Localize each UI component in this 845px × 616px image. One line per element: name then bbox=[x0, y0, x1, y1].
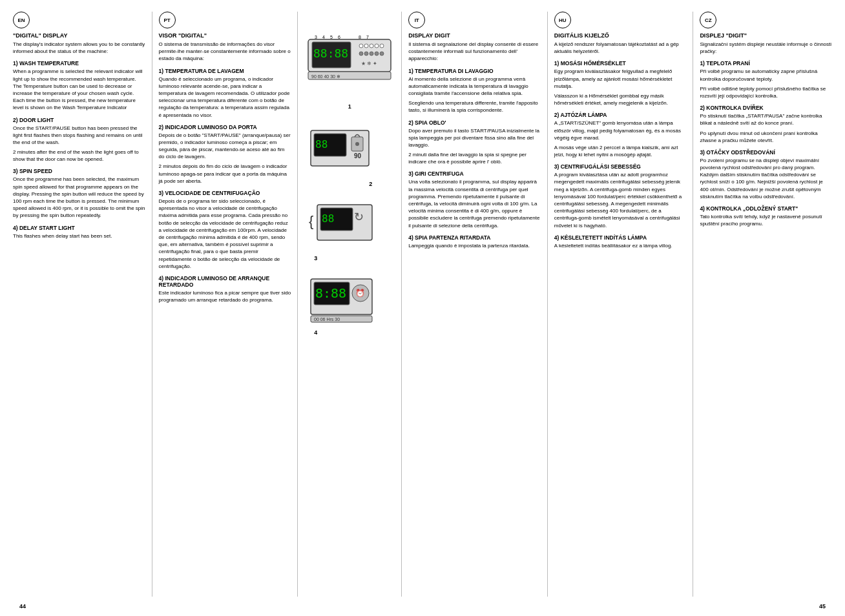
svg-text:3: 3 bbox=[315, 35, 317, 39]
section-title-hu-0: DIGITÁLIS KIJELZŐ bbox=[554, 32, 687, 39]
svg-point-6 bbox=[375, 44, 379, 48]
section-title-hu-4: 4) KÉSLELTETETT INDÍTÁS LÁMPA bbox=[554, 234, 687, 241]
section-body-it-4: Lampeggia quando è impostata la partenza… bbox=[408, 242, 541, 249]
section-title-cz-1: 1) TEPLOTA PRANÍ bbox=[700, 60, 832, 67]
svg-point-4 bbox=[364, 44, 368, 48]
section-title-en-3: 3) SPIN SPEED bbox=[13, 168, 145, 174]
svg-text:4: 4 bbox=[322, 35, 325, 39]
section-body-en-2b: 2 minutes after the end of the wash the … bbox=[13, 149, 145, 163]
section-body-pt-2a: Depois de o botão "START/PAUSE" (arranqu… bbox=[159, 132, 291, 161]
svg-point-9 bbox=[364, 52, 368, 56]
svg-text:7: 7 bbox=[366, 35, 369, 39]
section-body-pt-4: Este indicador luminoso fica a picar sem… bbox=[159, 289, 291, 303]
diagram-3: 88 ↻ { 3 bbox=[308, 200, 391, 262]
section-body-hu-2b: A mosás vége után 2 perccel a lámpa kial… bbox=[554, 144, 687, 158]
svg-point-3 bbox=[359, 44, 363, 48]
svg-point-7 bbox=[380, 44, 384, 48]
section-title-it-1: 1) TEMPERATURA DI LAVAGGIO bbox=[408, 68, 541, 74]
section-body-it-0: Il sistema di segnalazione del display c… bbox=[408, 41, 541, 63]
lang-badge-cz: CZ bbox=[700, 12, 716, 28]
svg-text:90  60  40  30  ❄: 90 60 40 30 ❄ bbox=[311, 74, 340, 79]
left-page-number: 44 bbox=[19, 603, 26, 610]
section-body-pt-1: Quando é seleccionado um programa, o ind… bbox=[159, 76, 291, 119]
svg-point-28 bbox=[355, 142, 359, 146]
section-body-cz-3: Po zvolení programu se na displeji objev… bbox=[700, 157, 832, 200]
section-body-it-3: Una volta selezionato il programma, sul … bbox=[408, 178, 541, 229]
lang-badge-it: IT bbox=[408, 12, 425, 28]
svg-text:↻: ↻ bbox=[354, 210, 364, 223]
section-body-pt-3: Depois de o programa ter sido selecciona… bbox=[159, 198, 291, 270]
section-body-en-2a: Once the START/PAUSE button has been pre… bbox=[13, 125, 145, 147]
section-title-hu-1: 1) MOSÁSI HŐMÉRSÉKLET bbox=[554, 60, 687, 67]
section-body-it-1b: Scegliendo una temperatura differente, t… bbox=[408, 99, 541, 114]
section-title-it-2: 2) SPIA OBLO' bbox=[408, 119, 541, 126]
diagram-3-label: 3 bbox=[308, 255, 391, 262]
section-title-pt-3: 3) VELOCIDADE DE CENTRIFUGAÇÃO bbox=[159, 190, 291, 196]
svg-text:00  06  Hrs  30: 00 06 Hrs 30 bbox=[314, 317, 340, 322]
section-body-hu-3: A program kiválasztása után az adott pro… bbox=[554, 171, 687, 229]
right-page-number: 45 bbox=[819, 603, 826, 610]
diagram-4-label: 4 bbox=[308, 329, 391, 336]
section-title-pt-4: 4) INDICADOR LUMINOSO DE ARRANQUE RETARD… bbox=[159, 275, 291, 288]
svg-text:⏰: ⏰ bbox=[355, 288, 365, 298]
section-title-cz-2: 2) KONTROLKA DVÍŘEK bbox=[700, 105, 832, 111]
section-body-hu-4: A késleltetett indítás beállításakor ez … bbox=[554, 242, 687, 249]
section-title-pt-0: VISOR "DIGITAL" bbox=[159, 32, 291, 39]
svg-point-8 bbox=[359, 52, 363, 56]
svg-text:90: 90 bbox=[354, 152, 362, 159]
svg-text:{: { bbox=[309, 213, 313, 229]
diagram-2-svg: 88 90 bbox=[308, 127, 391, 179]
section-body-en-3: Once the programme has been selected, th… bbox=[13, 176, 145, 219]
svg-point-5 bbox=[370, 44, 373, 48]
section-body-cz-4: Tato kontrolka svítí tehdy, když je nast… bbox=[700, 213, 832, 227]
section-body-hu-0: A kijelző rendszer folyamatosan tájékozt… bbox=[554, 41, 687, 55]
diagram-2: 88 90 2 bbox=[308, 125, 391, 187]
section-body-cz-2b: Po uplynutí dvou minut od ukončení praní… bbox=[700, 130, 832, 144]
section-title-cz-3: 3) OTÁČKY ODSTŘEDOVÁNÍ bbox=[700, 149, 832, 156]
section-title-en-1: 1) WASH TEMPERATURE bbox=[13, 60, 145, 67]
section-body-cz-1b: Při volbě odlišné teploty pomocí přísluš… bbox=[700, 85, 832, 99]
section-body-en-1: When a programme is selected the relevan… bbox=[13, 68, 145, 111]
section-title-en-0: "DIGITAL" DISPLAY bbox=[13, 32, 145, 39]
col-it: IT DISPLAY DIGIT Il sistema di segnalazi… bbox=[402, 12, 548, 597]
section-body-en-0: The display's indicator system allows yo… bbox=[13, 41, 145, 55]
section-body-hu-1a: Egy program kiválasztásakor felgyullad a… bbox=[554, 68, 687, 90]
section-body-hu-2a: A „START/SZÜNET" gomb lenyomása után a l… bbox=[554, 119, 687, 141]
lang-badge-en: EN bbox=[13, 12, 30, 28]
section-title-it-0: DISPLAY DIGIT bbox=[408, 32, 541, 39]
diagram-2-label: 2 bbox=[308, 181, 391, 187]
lang-badge-pt: PT bbox=[159, 12, 176, 28]
svg-point-12 bbox=[380, 52, 384, 56]
section-title-en-4: 4) DELAY START LIGHT bbox=[13, 225, 145, 231]
lang-badge-hu: HU bbox=[554, 12, 571, 28]
svg-text:88:88: 88:88 bbox=[313, 46, 348, 60]
svg-text:8: 8 bbox=[359, 35, 361, 39]
section-title-pt-2: 2) INDICADOR LUMINOSO DA PORTA bbox=[159, 124, 291, 130]
section-body-it-2b: 2 minuti dalla fine del lavaggio la spia… bbox=[408, 151, 541, 165]
diagram-4-svg: 8:88 ⏰ 00 06 Hrs 30 bbox=[308, 276, 391, 327]
section-body-hu-1b: Válasszon ki a Hőmérséklet gombbal egy m… bbox=[554, 92, 687, 107]
svg-text:6: 6 bbox=[338, 35, 340, 39]
col-cz: CZ DISPLEJ "DIGIT" Signalizační systém d… bbox=[693, 12, 839, 597]
col-en: EN "DIGITAL" DISPLAY The display's indic… bbox=[6, 12, 152, 597]
section-title-en-2: 2) DOOR LIGHT bbox=[13, 117, 145, 123]
section-body-pt-2b: 2 minutos depois do fim do ciclo de lava… bbox=[159, 163, 291, 185]
svg-text:88: 88 bbox=[322, 212, 334, 225]
section-body-cz-0: Signalizační systém displeje neustále in… bbox=[700, 41, 832, 55]
svg-text:★ ❄ ✦: ★ ❄ ✦ bbox=[361, 61, 377, 67]
section-body-cz-1a: Při volbě programu se automaticky zapne … bbox=[700, 68, 832, 82]
diagram-3-svg: 88 ↻ { bbox=[308, 201, 391, 253]
section-body-en-4: This flashes when delay start has been s… bbox=[13, 232, 145, 240]
svg-text:5: 5 bbox=[330, 35, 333, 39]
col-pt: PT VISOR "DIGITAL" O sistema de transmis… bbox=[152, 12, 298, 597]
col-hu: HU DIGITÁLIS KIJELZŐ A kijelző rendszer … bbox=[548, 12, 694, 597]
section-body-pt-0: O sistema de transmissão de informações … bbox=[159, 41, 291, 63]
section-title-cz-4: 4) KONTROLKA „ODLOŽENÝ START" bbox=[700, 205, 832, 212]
section-title-it-4: 4) SPIA PARTENZA RITARDATA bbox=[408, 234, 541, 241]
page-numbers: 44 45 bbox=[6, 597, 839, 610]
section-title-pt-1: 1) TEMPERATURA DE LAVAGEM bbox=[159, 68, 291, 74]
section-body-cz-2a: Po stisknutí tlačítka „START/PAUSA" začn… bbox=[700, 112, 832, 127]
col-diagrams: 88:88 ★ ❄ ✦ 3 4 bbox=[298, 12, 402, 597]
svg-text:8:88: 8:88 bbox=[315, 285, 346, 301]
section-body-it-1a: Al momento della selezione di un program… bbox=[408, 76, 541, 98]
